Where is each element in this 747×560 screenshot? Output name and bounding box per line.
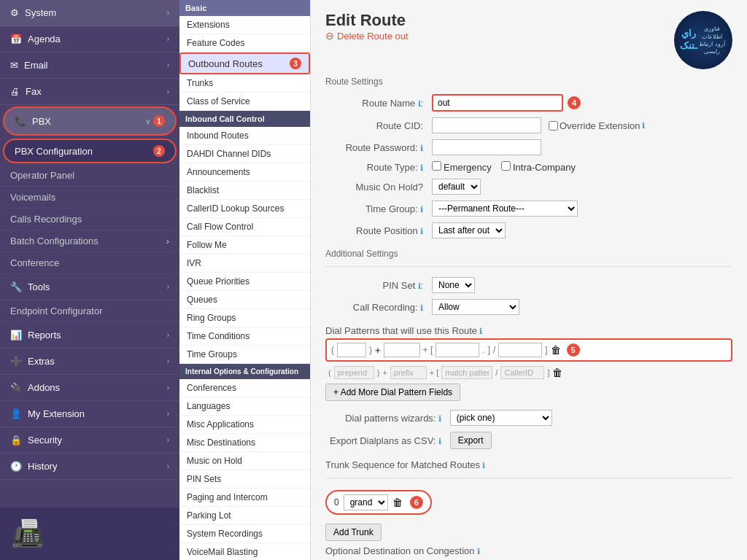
route-position-label: Route Position	[356, 225, 418, 236]
middle-item-misc-apps[interactable]: Misc Applications	[179, 416, 310, 434]
dial-pattern-match-hint[interactable]	[441, 366, 492, 379]
route-name-input[interactable]	[432, 94, 563, 112]
sidebar-item-tools[interactable]: 🔧 Tools ›	[0, 274, 179, 300]
middle-item-voicemail-blasting[interactable]: VoiceMail Blasting	[179, 543, 310, 560]
sidebar-item-fax[interactable]: 🖨 Fax ›	[0, 79, 179, 105]
sidebar-item-calls-recordings[interactable]: Calls Recordings	[0, 209, 179, 230]
sidebar-item-security[interactable]: 🔒 Security ›	[0, 427, 179, 454]
middle-item-dahdi[interactable]: DAHDI Channel DIDs	[179, 145, 310, 163]
sidebar-label-conference: Conference	[10, 257, 59, 268]
middle-item-callerid-lookup[interactable]: CallerID Lookup Sources	[179, 200, 310, 218]
pin-set-label: PIN Set	[383, 280, 416, 291]
info-icon-dial: ℹ	[479, 327, 482, 335]
dial-pattern-callerid-1[interactable]	[498, 343, 542, 357]
sidebar-item-batch-config[interactable]: Batch Configurations ›	[0, 230, 179, 252]
middle-item-ivr[interactable]: IVR	[179, 254, 310, 273]
export-dialplans-label: Export Dialplans as CSV:	[330, 435, 436, 446]
sidebar-label-batch: Batch Configurations	[10, 236, 98, 246]
middle-item-music-on-hold[interactable]: Music on Hold	[179, 452, 310, 470]
middle-item-blacklist[interactable]: Blacklist	[179, 182, 310, 200]
middle-item-trunks[interactable]: Trunks	[179, 74, 310, 93]
middle-item-extensions[interactable]: Extensions	[179, 16, 310, 34]
sidebar-item-my-extension[interactable]: 👤 My Extension ›	[0, 401, 179, 427]
sidebar-item-operator-panel[interactable]: Operator Panel	[0, 165, 179, 187]
dial-wizards-select[interactable]: (pick one)	[450, 410, 552, 426]
sidebar-item-reports[interactable]: 📊 Reports ›	[0, 322, 179, 349]
middle-item-class-of-service[interactable]: Class of Service	[179, 93, 310, 111]
sidebar-item-agenda[interactable]: 📅 Agenda ›	[0, 26, 179, 52]
middle-item-system-recordings[interactable]: System Recordings	[179, 525, 310, 543]
middle-item-time-groups[interactable]: Time Groups	[179, 346, 310, 364]
emergency-checkbox[interactable]	[432, 161, 441, 171]
middle-item-follow-me[interactable]: Follow Me	[179, 236, 310, 254]
sidebar-item-conference[interactable]: Conference	[0, 252, 179, 274]
sidebar-item-pbx[interactable]: 📞 PBX ∨ 1	[3, 106, 177, 136]
trash-icon-2[interactable]: 🗑	[552, 367, 562, 378]
call-recording-select[interactable]: Allow	[432, 299, 519, 315]
override-extension-checkbox[interactable]	[549, 121, 558, 131]
middle-item-queue-priorities[interactable]: Queue Priorities	[179, 273, 310, 291]
security-icon: 🔒	[10, 435, 22, 446]
dial-wizards-form: Dial patterns wizards: ℹ (pick one) Expo…	[325, 407, 732, 452]
middle-item-inbound-routes[interactable]: Inbound Routes	[179, 127, 310, 145]
middle-item-time-conditions[interactable]: Time Conditions	[179, 327, 310, 346]
route-password-input[interactable]	[432, 139, 541, 155]
add-more-dial-pattern-button[interactable]: + Add More Dial Pattern Fields	[325, 384, 460, 401]
trunk-select[interactable]: grand	[344, 494, 388, 510]
delete-route-label: Delete Route out	[337, 31, 409, 42]
dial-pattern-row-1: ( ) + + [ . ] / ] 🗑 5	[325, 338, 732, 362]
time-group-select[interactable]: ---Permanent Route---	[432, 201, 578, 217]
sidebar-label-operator: Operator Panel	[10, 170, 74, 181]
export-button[interactable]: Export	[450, 432, 492, 449]
pin-set-select[interactable]: None	[432, 277, 475, 293]
middle-item-ring-groups[interactable]: Ring Groups	[179, 309, 310, 327]
route-type-label: Route Type:	[367, 162, 418, 173]
sidebar-label-pbx: PBX	[32, 116, 51, 127]
dial-pattern-match-1[interactable]	[436, 343, 479, 357]
sidebar-item-extras[interactable]: ➕ Extras ›	[0, 349, 179, 375]
chevron-icon: ›	[167, 9, 169, 17]
sidebar-item-system[interactable]: ⚙ System ›	[0, 0, 179, 26]
sidebar-item-email[interactable]: ✉ Email ›	[0, 52, 179, 79]
sidebar-item-pbx-configuration[interactable]: PBX Configuration 2	[3, 139, 177, 163]
middle-item-languages[interactable]: Languages	[179, 397, 310, 416]
middle-item-announcements[interactable]: Announcements	[179, 163, 310, 182]
middle-item-pin-sets[interactable]: PIN Sets	[179, 470, 310, 489]
delete-route-link[interactable]: ⊖ Delete Route out	[325, 30, 409, 42]
middle-item-parking-lot[interactable]: Parking Lot	[179, 507, 310, 525]
sidebar-label-tools: Tools	[28, 281, 50, 292]
chevron-icon: ›	[167, 357, 169, 365]
middle-item-queues[interactable]: Queues	[179, 291, 310, 309]
dial-pattern-prefix-1[interactable]	[384, 343, 420, 357]
route-position-select[interactable]: Last after out	[432, 222, 506, 238]
middle-item-outbound-routes[interactable]: Outbound Routes 3	[179, 52, 310, 74]
dial-pattern-prepend-hint[interactable]	[334, 366, 374, 379]
sidebar-item-endpoint-config[interactable]: Endpoint Configurator	[0, 300, 179, 322]
company-logo: راي ـتنک فناوری اطلاعات آرود ارتباط رایس…	[674, 11, 732, 69]
main-header: Edit Route ⊖ Delete Route out راي ـتنک ف…	[325, 11, 732, 69]
dial-wizards-label: Dial patterns wizards:	[345, 413, 436, 424]
trash-icon-1[interactable]: 🗑	[551, 344, 561, 356]
trunk-trash-icon[interactable]: 🗑	[392, 497, 403, 508]
chevron-icon: ›	[167, 384, 169, 392]
route-cid-input[interactable]	[432, 117, 541, 133]
info-icon-trunk: ℹ	[482, 461, 485, 470]
middle-item-paging-intercom[interactable]: Paging and Intercom	[179, 489, 310, 507]
add-trunk-button[interactable]: Add Trunk	[325, 524, 382, 541]
chevron-icon: ›	[166, 236, 169, 246]
sidebar-item-addons[interactable]: 🔌 Addons ›	[0, 375, 179, 401]
middle-item-feature-codes[interactable]: Feature Codes	[179, 34, 310, 52]
chevron-icon: ›	[167, 61, 169, 69]
intra-company-checkbox[interactable]	[501, 161, 511, 171]
dial-pattern-callerid-hint[interactable]	[500, 366, 544, 379]
sidebar-label-agenda: Agenda	[28, 34, 61, 44]
middle-item-misc-dest[interactable]: Misc Destinations	[179, 434, 310, 452]
middle-item-conferences[interactable]: Conferences	[179, 379, 310, 397]
sidebar-item-history[interactable]: 🕐 History ›	[0, 454, 179, 480]
music-on-hold-select[interactable]: default	[432, 179, 481, 195]
dial-pattern-prepend-1[interactable]	[337, 343, 366, 357]
dial-pattern-prefix-hint[interactable]	[390, 366, 427, 379]
addons-icon: 🔌	[10, 382, 22, 393]
middle-item-call-flow-control[interactable]: Call Flow Control	[179, 218, 310, 236]
sidebar-item-voicemails[interactable]: Voicemails	[0, 187, 179, 209]
